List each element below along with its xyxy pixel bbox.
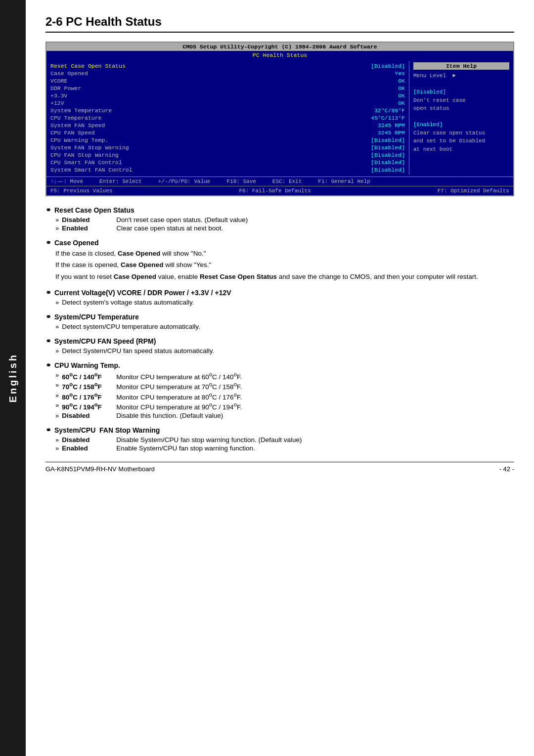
section-arrow-icon: ⚭ <box>45 239 51 247</box>
section-case-opened-header: ⚭ Case Opened <box>45 239 514 247</box>
bios-screen: CMOS Setup Utility-Copyright (C) 1984-20… <box>45 42 514 196</box>
section-arrow-icon: ⚭ <box>45 206 51 214</box>
section-voltage-header: ⚭ Current Voltage(V) VCORE / DDR Power /… <box>45 289 514 297</box>
section-cpu-warning-temp-header: ⚭ CPU Warning Temp. <box>45 361 514 369</box>
bios-row-value: OK <box>398 100 405 106</box>
bios-row: CPU Temperature45°C/113°F <box>50 114 405 122</box>
section-reset-case-title: Reset Case Open Status <box>54 206 134 214</box>
section-system-cpu-temp-title: System/CPU Temperature <box>54 313 139 321</box>
item-desc: Detect System/CPU fan speed status autom… <box>62 347 514 355</box>
bios-row-value: [Disabled] <box>371 144 405 151</box>
bullet-icon: » <box>55 412 59 419</box>
bios-row: Reset Case Open Status[Disabled] <box>50 62 405 70</box>
paragraph: If the case is opened, Case Opened will … <box>55 260 514 270</box>
item-desc: Detect system's voltage status automatic… <box>62 299 514 306</box>
list-item: » Detect system/CPU temperature automati… <box>55 323 514 330</box>
paragraph: If you want to reset Case Opened value, … <box>55 272 514 282</box>
bios-footer-f7: F7: Optimized Defaults <box>438 188 509 194</box>
bios-row-value: [Disabled] <box>371 137 405 143</box>
bios-row-value: [Disabled] <box>371 159 405 166</box>
bios-subtitle-bar: PC Health Status <box>46 51 513 59</box>
footer-right: - 42 - <box>499 465 514 473</box>
section-fan-speed: ⚭ System/CPU FAN Speed (RPM) » Detect Sy… <box>45 337 514 355</box>
bios-row: +12VOK <box>50 99 405 107</box>
item-desc: Monitor CPU temperature at 80oC / 176oF. <box>116 392 514 401</box>
section-voltage-body: » Detect system's voltage status automat… <box>55 299 514 306</box>
bios-right-panel: Item Help Menu Level ► [Disabled] Don't … <box>409 61 513 175</box>
item-label: 90oC / 194oF <box>62 401 116 411</box>
section-voltage: ⚭ Current Voltage(V) VCORE / DDR Power /… <box>45 289 514 306</box>
list-item: » Disabled Disable this function. (Defau… <box>55 412 514 419</box>
list-item: » Enabled Enable System/CPU fan stop war… <box>55 445 514 452</box>
bios-row-value: 32°C/89°F <box>374 107 405 114</box>
section-reset-case-body: » Disabled Don't reset case open status.… <box>55 216 514 232</box>
bios-row: DDR PowerOK <box>50 85 405 92</box>
item-desc: Disable this function. (Default value) <box>116 412 514 419</box>
item-desc: Monitor CPU temperature at 90oC / 194oF. <box>116 401 514 411</box>
bios-row-label: CPU Temperature <box>50 115 102 121</box>
main-content: 2-6 PC Health Status CMOS Setup Utility-… <box>26 0 534 490</box>
section-fan-stop-warning: ⚭ System/CPU FAN Stop Warning » Disabled… <box>45 426 514 452</box>
bios-row: CPU FAN Stop Warning[Disabled] <box>50 151 405 159</box>
section-fan-stop-warning-title: System/CPU FAN Stop Warning <box>54 426 160 434</box>
bios-row-label: CPU Smart FAN Control <box>50 159 122 166</box>
item-label: 60oC / 140oF <box>62 371 116 381</box>
item-desc: Monitor CPU temperature at 70oC / 158oF. <box>116 381 514 391</box>
item-label: Enabled <box>62 445 116 452</box>
section-arrow-icon: ⚭ <box>45 289 51 297</box>
bios-row-label: DDR Power <box>50 85 81 91</box>
bios-item-help-title: Item Help <box>413 62 509 70</box>
bios-footer-row2: F5: Previous Values F6: Fail-Safe Defaul… <box>46 186 513 195</box>
section-system-cpu-temp-header: ⚭ System/CPU Temperature <box>45 313 514 321</box>
bullet-icon: » <box>55 445 59 452</box>
section-arrow-icon: ⚭ <box>45 426 51 434</box>
footer-left: GA-K8N51PVM9-RH-NV Motherboard <box>45 465 155 473</box>
bios-row-label: System FAN Speed <box>50 122 105 129</box>
section-fan-speed-body: » Detect System/CPU fan speed status aut… <box>55 347 514 355</box>
bullet-icon: » <box>55 401 59 411</box>
bullet-icon: » <box>55 381 59 391</box>
page-title: 2-6 PC Health Status <box>45 15 514 33</box>
section-fan-stop-warning-header: ⚭ System/CPU FAN Stop Warning <box>45 426 514 434</box>
item-desc: Enable System/CPU fan stop warning funct… <box>116 445 514 452</box>
section-fan-speed-header: ⚭ System/CPU FAN Speed (RPM) <box>45 337 514 345</box>
bios-row: CPU Smart FAN Control[Disabled] <box>50 159 405 166</box>
item-label: 80oC / 176oF <box>62 392 116 401</box>
section-case-opened-title: Case Opened <box>54 239 98 247</box>
item-label: Enabled <box>62 224 116 232</box>
item-desc: Clear case open status at next boot. <box>116 224 514 232</box>
list-item: » 80oC / 176oF Monitor CPU temperature a… <box>55 392 514 401</box>
section-cpu-warning-temp-body: » 60oC / 140oF Monitor CPU temperature a… <box>55 371 514 419</box>
bios-footer-left1: ↑↓→←: Move Enter: Select +/-/PU/PD: Valu… <box>50 178 370 184</box>
bios-row-label: VCORE <box>50 78 68 84</box>
bios-row-value: OK <box>398 92 405 99</box>
bullet-icon: » <box>55 216 59 223</box>
item-desc: Don't reset case open status. (Default v… <box>116 216 514 223</box>
bullet-icon: » <box>55 371 59 381</box>
bios-row-label: CPU Warning Temp. <box>50 137 108 143</box>
list-item: » Detect system's voltage status automat… <box>55 299 514 306</box>
section-case-opened-body: If the case is closed, Case Opened will … <box>55 249 514 282</box>
section-voltage-title: Current Voltage(V) VCORE / DDR Power / +… <box>54 289 231 297</box>
paragraph: If the case is closed, Case Opened will … <box>55 249 514 259</box>
bios-row-label: Case Opened <box>50 70 88 77</box>
item-desc: Disable System/CPU fan stop warning func… <box>116 436 514 444</box>
section-arrow-icon: ⚭ <box>45 313 51 321</box>
bios-footer-f6: F6: Fail-Safe Defaults <box>239 188 311 194</box>
bios-item-help-content: Menu Level ► [Disabled] Don't reset case… <box>413 72 509 153</box>
bios-row: CPU FAN Speed3245 RPM <box>50 129 405 136</box>
section-fan-speed-title: System/CPU FAN Speed (RPM) <box>54 337 156 345</box>
section-fan-stop-warning-body: » Disabled Disable System/CPU fan stop w… <box>55 436 514 452</box>
bios-row-label: CPU FAN Speed <box>50 130 95 136</box>
bios-row-label: System Smart FAN Control <box>50 167 133 173</box>
bios-title-bar: CMOS Setup Utility-Copyright (C) 1984-20… <box>46 43 513 51</box>
bios-row-value: OK <box>398 85 405 91</box>
list-item: » Disabled Don't reset case open status.… <box>55 216 514 223</box>
list-item: » Detect System/CPU fan speed status aut… <box>55 347 514 355</box>
bios-row: System FAN Speed3245 RPM <box>50 122 405 129</box>
bullet-icon: » <box>55 323 59 330</box>
bullet-icon: » <box>55 436 59 444</box>
item-label: Disabled <box>62 412 116 419</box>
bios-footer-f5: F5: Previous Values <box>50 188 112 194</box>
section-cpu-warning-temp-title: CPU Warning Temp. <box>54 361 120 369</box>
